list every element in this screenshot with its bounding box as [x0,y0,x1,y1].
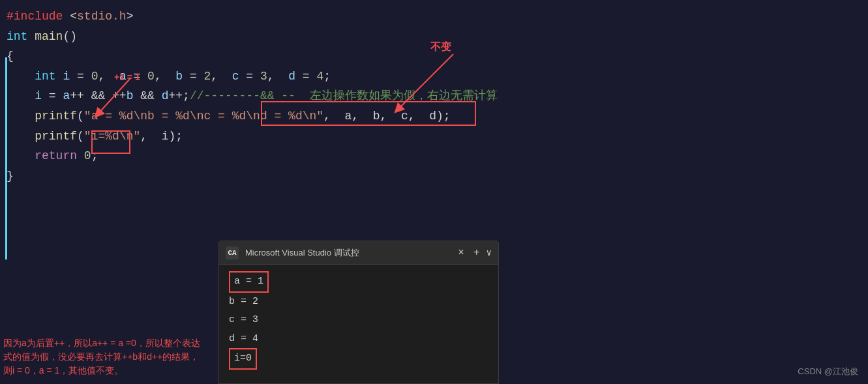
console-title: Microsoft Visual Studio 调试控 [245,247,449,259]
code-line-8: return 0; [0,146,868,166]
console-output: a = 1 b = 2 c = 3 d = 4 i=0 [219,265,498,376]
code-text-3: { [7,46,14,66]
console-line-2: b = 2 [229,293,488,312]
console-line-1: a = 1 [229,271,488,293]
scope-indicator [5,57,7,259]
svg-line-1 [398,54,453,110]
console-titlebar: CA Microsoft Visual Studio 调试控 × + ∨ [219,241,498,265]
arrow-plus1-svg [78,75,157,124]
console-output-i: i=0 [229,348,257,370]
arrow-bubian-svg [359,51,476,119]
console-plus-btn[interactable]: + [473,247,480,259]
code-text-8: return 0; [7,146,98,166]
code-text-4: int i = 0, a = 0, b = 2, c = 3, d = 4; [7,66,331,87]
code-text-9: } [7,166,14,186]
code-text-7: printf("i=%d\n", i); [7,126,183,147]
watermark: CSDN @江池俊 [798,366,858,377]
code-text-2: int main() [7,27,77,47]
code-line-7: printf("i=%d\n", i); [0,126,868,147]
console-output-a: a = 1 [229,271,269,293]
annotation-bottom: 因为a为后置++，所以a++ = a =0，所以整个表达式的值为假，没必要再去计… [3,336,205,377]
console-app-icon: CA [226,246,239,259]
console-line-4: d = 4 [229,330,488,349]
code-text-1: #include <stdio.h> [7,7,133,27]
console-chevron-btn[interactable]: ∨ [486,247,492,258]
console-line-5: i=0 [229,348,488,370]
code-line-9: } [0,166,868,186]
console-window: CA Microsoft Visual Studio 调试控 × + ∨ a =… [218,241,499,384]
console-close-btn[interactable]: × [455,247,467,259]
code-line-1: #include <stdio.h> [0,7,868,27]
svg-line-0 [98,78,130,114]
console-line-3: c = 3 [229,311,488,330]
